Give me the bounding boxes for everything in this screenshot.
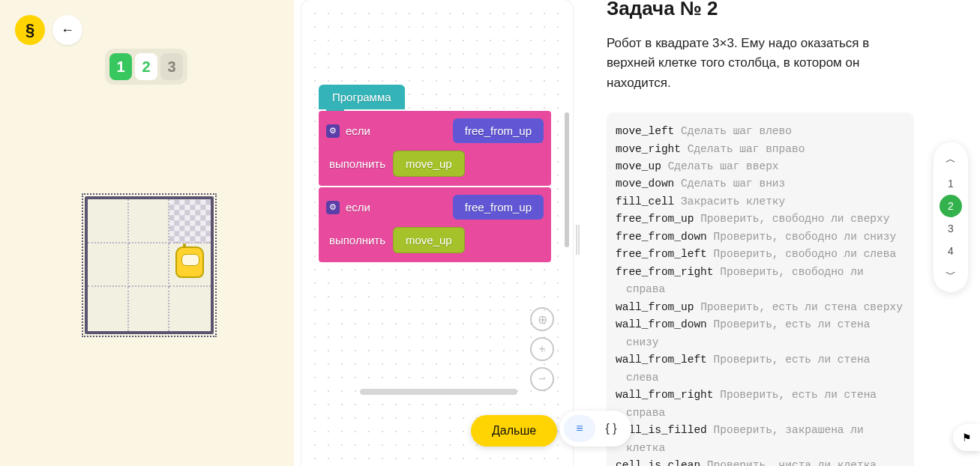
recenter-button[interactable]: ⊕ — [530, 307, 554, 331]
command-desc: Сделать шаг влево — [681, 125, 792, 137]
command-name: wall_from_down — [616, 318, 714, 330]
cell — [129, 243, 170, 288]
section-nav-item-3[interactable]: 3 — [940, 217, 962, 240]
header-controls: § ← — [15, 15, 82, 45]
command-name: free_from_left — [616, 248, 714, 260]
command-row: wall_from_right Проверить, есть ли стена — [616, 387, 905, 404]
action-block[interactable]: move_up — [393, 151, 465, 177]
section-nav-item-4[interactable]: 4 — [940, 240, 962, 262]
tab-1[interactable]: 1 — [109, 53, 132, 80]
if-label: если — [346, 201, 370, 214]
command-row: fill_cell Закрасить клетку — [616, 193, 905, 211]
command-desc-cont: снизу — [616, 334, 905, 351]
task-panel: Задача № 2 Робот в квадрате 3×3. Ему над… — [582, 0, 927, 466]
cell-robot — [169, 243, 211, 288]
command-desc-cont: справа — [616, 405, 905, 422]
cell — [88, 243, 129, 288]
commands-reference: move_left Сделать шаг влевоmove_right Сд… — [607, 112, 914, 466]
panel-resize-handle[interactable] — [576, 225, 580, 255]
left-panel: § ← 1 2 3 — [0, 0, 294, 466]
zoom-in-button[interactable]: + — [530, 337, 554, 361]
command-desc-cont: справа — [616, 281, 905, 298]
flag-button[interactable]: ⚑ — [953, 424, 980, 451]
command-row: cell_is_filled Проверить, закрашена ли — [616, 422, 905, 439]
if-block-2[interactable]: ⚙ если free_from_up выполнить move_up — [319, 187, 551, 262]
back-button[interactable]: ← — [52, 15, 82, 45]
if-block-1[interactable]: ⚙ если free_from_up выполнить move_up — [319, 111, 551, 186]
condition-block[interactable]: free_from_up — [453, 195, 544, 220]
command-row: move_up Сделать шаг вверх — [616, 158, 905, 175]
cell — [88, 287, 129, 331]
nav-down-icon[interactable]: ﹀ — [943, 265, 959, 285]
view-mode-toggle: ≡ { } — [559, 411, 631, 447]
gear-icon[interactable]: ⚙ — [326, 201, 340, 214]
tab-2[interactable]: 2 — [135, 53, 157, 80]
task-description: Робот в квадрате 3×3. Ему надо оказаться… — [607, 34, 877, 93]
command-row: free_from_right Проверить, свободно ли — [616, 264, 905, 281]
section-nav-item-1[interactable]: 1 — [940, 172, 962, 195]
zoom-controls: ⊕ + − — [530, 307, 554, 391]
section-nav-item-2[interactable]: 2 — [940, 195, 962, 217]
command-name: wall_from_up — [616, 301, 700, 313]
exec-label: выполнить — [329, 157, 385, 170]
command-desc: Проверить, есть ли стена сверху — [700, 301, 903, 313]
nav-up-icon[interactable]: ︿ — [943, 150, 959, 169]
command-name: move_down — [616, 178, 681, 190]
command-desc: Проверить, чиста ли клетка — [707, 459, 877, 466]
robot-grid — [85, 196, 214, 334]
command-row: move_right Сделать шаг вправо — [616, 141, 905, 158]
command-desc: Сделать шаг вверх — [668, 160, 779, 172]
command-name: fill_cell — [616, 196, 681, 208]
command-row: wall_from_left Проверить, есть ли стена — [616, 351, 905, 369]
command-row: move_left Сделать шаг влево — [616, 123, 905, 140]
command-name: wall_from_right — [616, 389, 720, 401]
command-desc: Проверить, закрашена ли — [714, 424, 864, 436]
logo[interactable]: § — [15, 15, 45, 45]
if-label: если — [346, 124, 370, 137]
exec-label: выполнить — [329, 234, 385, 246]
command-row: wall_from_up Проверить, есть ли стена св… — [616, 299, 905, 316]
command-row: free_from_up Проверить, свободно ли свер… — [616, 211, 905, 228]
command-row: move_down Сделать шаг вниз — [616, 175, 905, 193]
command-name: move_right — [616, 143, 688, 155]
command-row: free_from_left Проверить, свободно ли сл… — [616, 246, 905, 263]
command-name: move_left — [616, 125, 681, 137]
command-desc: Проверить, есть ли стена — [714, 318, 871, 330]
condition-block[interactable]: free_from_up — [453, 118, 544, 143]
cell — [169, 287, 211, 331]
command-desc-cont: клетка — [616, 440, 905, 457]
code-mode-button[interactable]: { } — [595, 415, 627, 442]
next-button[interactable]: Дальше — [471, 415, 557, 447]
command-desc: Сделать шаг вправо — [688, 143, 805, 155]
tab-3[interactable]: 3 — [160, 53, 183, 80]
section-nav: ︿ 1234 ﹀ — [934, 142, 968, 292]
step-tabs: 1 2 3 — [105, 49, 187, 85]
command-desc: Проверить, есть ли стена — [720, 389, 877, 401]
program-block[interactable]: Программа — [319, 85, 405, 109]
robot-icon — [175, 246, 204, 284]
command-name: free_from_up — [616, 213, 700, 225]
command-desc: Закрасить клетку — [681, 196, 785, 208]
action-block[interactable]: move_up — [393, 227, 465, 253]
horizontal-scrollbar[interactable] — [360, 389, 517, 395]
program-block-stack[interactable]: Программа ⚙ если free_from_up выполнить … — [319, 85, 551, 262]
block-editor-panel: Программа ⚙ если free_from_up выполнить … — [301, 0, 573, 466]
cell — [129, 199, 170, 243]
cell — [88, 199, 129, 243]
command-name: free_from_right — [616, 266, 720, 278]
cell-target — [169, 199, 211, 243]
task-title: Задача № 2 — [607, 0, 927, 20]
cell — [129, 287, 170, 331]
command-desc: Проверить, свободно ли снизу — [714, 231, 897, 243]
text-mode-button[interactable]: ≡ — [564, 415, 595, 442]
block-canvas[interactable]: Программа ⚙ если free_from_up выполнить … — [305, 4, 569, 462]
vertical-scrollbar[interactable] — [565, 112, 569, 247]
command-desc: Проверить, свободно ли — [720, 266, 863, 278]
command-desc-cont: слева — [616, 369, 905, 387]
command-row: wall_from_down Проверить, есть ли стена — [616, 316, 905, 333]
command-desc: Сделать шаг вниз — [681, 178, 785, 190]
command-desc: Проверить, свободно ли сверху — [700, 213, 889, 225]
zoom-out-button[interactable]: − — [530, 367, 554, 391]
gear-icon[interactable]: ⚙ — [326, 124, 340, 138]
command-name: wall_from_left — [616, 354, 714, 366]
